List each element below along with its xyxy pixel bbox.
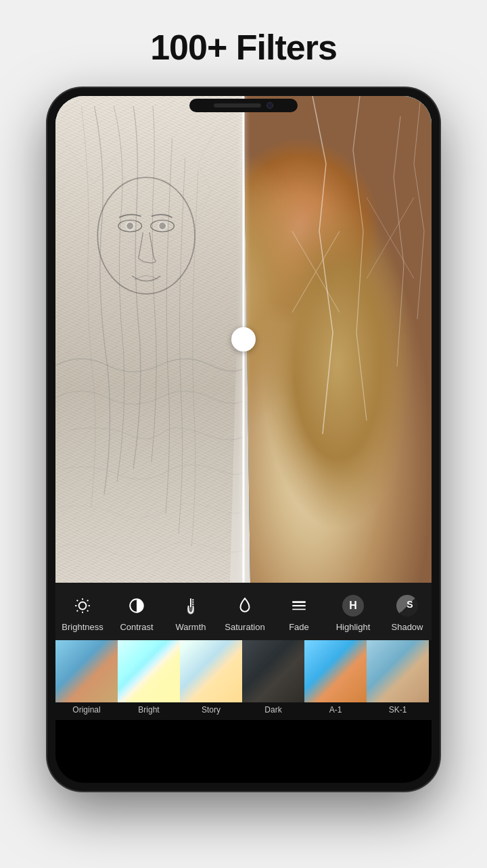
svg-line-12 [77, 610, 78, 612]
filter-label-a1: A-1 [329, 702, 342, 720]
filter-label-story: Story [202, 702, 221, 720]
saturation-label: Saturation [225, 622, 264, 632]
front-camera [266, 102, 273, 109]
warmth-icon [179, 594, 203, 618]
tool-saturation[interactable]: Saturation [218, 594, 272, 632]
filter-label-dark: Dark [264, 702, 281, 720]
filter-thumb-sk1 [367, 640, 429, 702]
svg-point-15 [188, 608, 194, 614]
svg-line-8 [77, 600, 78, 602]
filter-strip: Original Bright Story Dark A-1 [55, 640, 432, 720]
tool-highlight[interactable]: H Highlight [326, 594, 380, 632]
filter-sk1[interactable]: SK-1 [367, 640, 429, 720]
contrast-icon [124, 594, 149, 618]
filter-thumb-original [55, 640, 118, 702]
filter-a1[interactable]: A-1 [304, 640, 367, 720]
warmth-label: Warmth [175, 622, 206, 632]
phone-mockup: Brightness Contrast [47, 88, 440, 791]
fade-icon [287, 594, 311, 618]
shadow-s-text: S [407, 599, 413, 610]
saturation-icon [233, 594, 257, 618]
brightness-icon [70, 594, 95, 618]
svg-point-5 [79, 602, 87, 610]
fade-label: Fade [289, 622, 309, 632]
tool-brightness[interactable]: Brightness [55, 594, 110, 632]
filter-story[interactable]: Story [180, 640, 242, 720]
speaker-bar [214, 103, 261, 107]
phone-shell: Brightness Contrast [47, 88, 440, 791]
shadow-icon: S [395, 594, 419, 618]
divider-handle[interactable] [231, 327, 256, 352]
phone-screen: Brightness Contrast [55, 96, 432, 783]
filter-thumb-bright [118, 640, 180, 702]
filter-original[interactable]: Original [55, 640, 118, 720]
page-title: 100+ Filters [150, 27, 337, 68]
shadow-label: Shadow [392, 622, 423, 632]
filter-label-sk1: SK-1 [389, 702, 407, 720]
svg-line-9 [87, 610, 89, 612]
edit-toolbar: Brightness Contrast [55, 583, 432, 640]
photo-comparison[interactable] [55, 96, 432, 583]
contrast-label: Contrast [120, 622, 153, 632]
highlight-h-text: H [349, 600, 357, 612]
filter-label-bright: Bright [138, 702, 159, 720]
brightness-label: Brightness [62, 622, 103, 632]
tool-fade[interactable]: Fade [272, 594, 326, 632]
tool-shadow[interactable]: S Shadow [380, 594, 432, 632]
filter-bright[interactable]: Bright [118, 640, 180, 720]
svg-line-13 [87, 600, 89, 602]
filter-label-original: Original [72, 702, 100, 720]
filter-dark[interactable]: Dark [242, 640, 304, 720]
filter-thumb-a1 [304, 640, 367, 702]
highlight-icon: H [341, 594, 365, 618]
highlight-label: Highlight [336, 622, 371, 632]
filter-thumb-story [180, 640, 242, 702]
tool-warmth[interactable]: Warmth [164, 594, 218, 632]
tool-contrast[interactable]: Contrast [110, 594, 164, 632]
phone-top-bar [189, 99, 298, 112]
sketch-overlay [55, 96, 244, 583]
filter-thumb-dark [242, 640, 304, 702]
